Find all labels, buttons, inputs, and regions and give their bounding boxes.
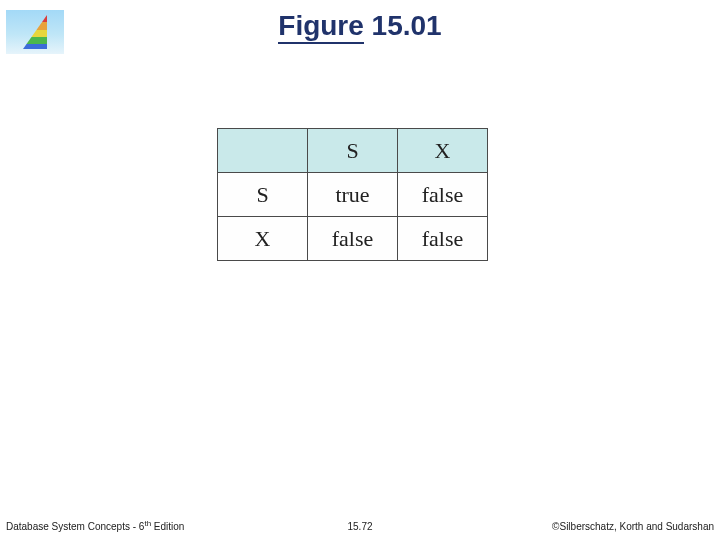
table-row: S true false — [218, 173, 488, 217]
table-cell: false — [398, 173, 488, 217]
table-row: S X — [218, 129, 488, 173]
copyright: ©Silberschatz, Korth and Sudarshan — [552, 521, 714, 532]
slide: Figure 15.01 S X S true false X false fa… — [0, 0, 720, 540]
compatibility-table: S X S true false X false false — [217, 128, 488, 261]
slide-title: Figure 15.01 — [0, 10, 720, 42]
title-underlined: Figure — [278, 10, 364, 44]
col-header: X — [398, 129, 488, 173]
page-number: 15.72 — [347, 521, 372, 532]
table-cell: true — [308, 173, 398, 217]
row-header: S — [218, 173, 308, 217]
table-corner — [218, 129, 308, 173]
title-rest: 15.01 — [364, 10, 442, 41]
footer-right: ©Silberschatz, Korth and Sudarshan — [552, 521, 714, 532]
table-cell: false — [308, 217, 398, 261]
row-header: X — [218, 217, 308, 261]
table-row: X false false — [218, 217, 488, 261]
table-cell: false — [398, 217, 488, 261]
col-header: S — [308, 129, 398, 173]
